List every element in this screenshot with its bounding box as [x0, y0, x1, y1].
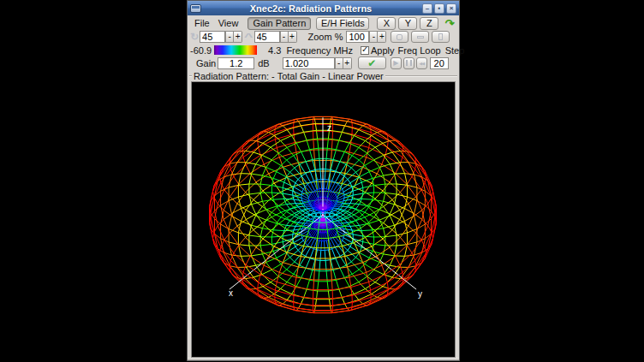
radiation-plot-svg[interactable]: xyz: [192, 82, 455, 357]
close-button[interactable]: ×: [446, 3, 456, 14]
freq-loop-label: Freq Loop: [398, 45, 441, 56]
gain-max-label: 4.3: [268, 45, 281, 56]
window-title: Xnec2c: Radiation Patterns: [201, 3, 420, 14]
gain-pattern-toggle[interactable]: Gain Pattern: [247, 17, 311, 30]
y-axis-label: y: [418, 289, 422, 299]
close-icon: ×: [450, 4, 454, 12]
y-axis-button[interactable]: Y: [398, 17, 417, 30]
redraw-button[interactable]: ↷: [444, 18, 454, 29]
zoom-value-input[interactable]: [346, 31, 369, 43]
pause-icon: [406, 60, 412, 66]
gain-value-input[interactable]: [218, 57, 254, 69]
incline-icon[interactable]: ^: [244, 32, 253, 42]
x-axis-label: x: [229, 288, 233, 298]
x-axis-button[interactable]: X: [377, 17, 396, 30]
frequency-mhz-label: Frequency MHz: [286, 45, 353, 56]
zoom-out-button[interactable]: [411, 31, 429, 43]
titlebar[interactable]: Xnec2c: Radiation Patterns – ▪ ×: [188, 1, 459, 15]
gain-min-label: -60.9: [190, 45, 212, 56]
zoom-out-icon: [417, 36, 424, 39]
frequency-minus-button[interactable]: -: [335, 57, 343, 69]
reset-view-button[interactable]: [391, 31, 408, 43]
capture-icon: [438, 33, 443, 40]
zoom-plus-button[interactable]: +: [378, 31, 386, 43]
capture-button[interactable]: [432, 31, 450, 43]
gain-colorbar: [214, 45, 257, 55]
z-axis-button[interactable]: Z: [420, 17, 438, 30]
rotate-icon[interactable]: ↻: [190, 31, 199, 43]
incline-minus-button[interactable]: -: [280, 31, 289, 43]
maximize-button[interactable]: ▪: [434, 3, 444, 14]
apply-label: Apply: [371, 45, 395, 56]
menu-file[interactable]: File: [190, 17, 214, 29]
apply-checkbox[interactable]: ✓: [361, 46, 369, 55]
eh-fields-button[interactable]: E/H Fields: [316, 17, 369, 30]
frequency-plus-button[interactable]: +: [343, 57, 352, 69]
loop-pause-button[interactable]: [403, 57, 414, 69]
green-check-icon: ✔: [367, 57, 376, 69]
rewind-icon: ◀◀: [419, 61, 424, 66]
zoom-minus-button[interactable]: -: [369, 31, 378, 43]
loop-play-button[interactable]: ▶: [391, 57, 402, 69]
minimize-button[interactable]: –: [422, 3, 432, 14]
desktop-background: Xnec2c: Radiation Patterns – ▪ × File Vi…: [0, 0, 644, 362]
plot-frame-label: Radiation Pattern: - Total Gain - Linear…: [192, 71, 385, 81]
minimize-icon: –: [426, 4, 429, 12]
reset-view-icon: [397, 34, 402, 40]
loop-rewind-button[interactable]: ◀◀: [416, 57, 427, 69]
incline-plus-button[interactable]: +: [289, 31, 297, 43]
play-icon: ▶: [393, 59, 398, 67]
frame-groove-right: [385, 75, 457, 77]
rotate-plus-button[interactable]: +: [234, 31, 242, 43]
frequency-value-input[interactable]: [283, 57, 335, 69]
checkbox-check-icon: ✓: [361, 45, 368, 54]
db-unit-label: dB: [258, 58, 269, 68]
zoom-label: Zoom %: [308, 32, 343, 42]
step-value-input[interactable]: [430, 57, 449, 69]
gain-label: Gain: [196, 58, 216, 68]
window-bottom-edge[interactable]: [188, 358, 459, 360]
z-axis-label: z: [327, 123, 331, 133]
rotate-value-input[interactable]: [200, 31, 225, 43]
rotate-minus-button[interactable]: -: [225, 31, 234, 43]
menu-view[interactable]: View: [214, 17, 243, 29]
apply-frequency-button[interactable]: ✔: [358, 56, 386, 69]
radiation-pattern-plot[interactable]: xyz: [191, 81, 456, 358]
incline-value-input[interactable]: [254, 31, 280, 43]
step-label: Step: [445, 45, 465, 56]
plot-frame-header: Radiation Pattern: - Total Gain - Linear…: [188, 70, 459, 81]
xnec2c-radiation-window: Xnec2c: Radiation Patterns – ▪ × File Vi…: [187, 0, 460, 361]
redraw-arrow-icon: ↷: [444, 17, 454, 30]
maximize-icon: ▪: [438, 4, 441, 12]
window-menu-icon[interactable]: [190, 4, 201, 13]
